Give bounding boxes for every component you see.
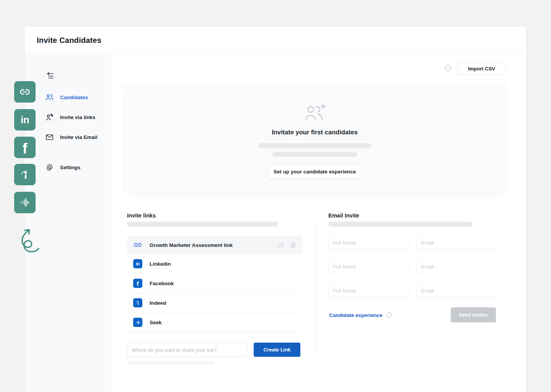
sidebar-item-invite-via-email[interactable]: Invite via Email bbox=[25, 131, 111, 144]
empty-state-title: Invitate your first candidates bbox=[272, 129, 358, 136]
full-name-field[interactable] bbox=[328, 235, 409, 250]
indeed-icon bbox=[14, 164, 36, 185]
skeleton-bar bbox=[127, 222, 278, 227]
envelope-icon bbox=[45, 133, 54, 142]
link-icon bbox=[14, 81, 36, 103]
trash-icon[interactable] bbox=[290, 241, 297, 249]
list-item-seek[interactable]: Seek bbox=[127, 313, 302, 332]
seek-icon bbox=[14, 192, 36, 213]
seek-icon bbox=[133, 318, 142, 327]
send-invites-button[interactable]: Send Invites bbox=[451, 307, 496, 322]
skeleton-bar bbox=[328, 222, 473, 227]
collapse-sidebar-icon[interactable] bbox=[46, 72, 55, 80]
skeleton-bar bbox=[127, 361, 214, 365]
email-invite-heading: Email Invite bbox=[328, 212, 359, 219]
invite-links-list: Growth Marketer Assessment link in bbox=[127, 236, 302, 332]
invite-links-heading: Invite links bbox=[127, 212, 156, 219]
list-item-linkedin[interactable]: in Linkedin bbox=[127, 254, 302, 274]
list-item-label: Facebook bbox=[150, 281, 174, 286]
email-field[interactable] bbox=[416, 283, 499, 298]
facebook-icon: f bbox=[133, 279, 142, 288]
setup-candidate-experience-button[interactable]: Set up your candidate experience bbox=[268, 165, 362, 179]
list-item-indeed[interactable]: Indeed bbox=[127, 293, 302, 313]
facebook-icon: f bbox=[14, 137, 36, 158]
sidebar-item-candidates[interactable]: Candidates bbox=[25, 91, 111, 104]
people-plus-icon bbox=[302, 102, 328, 125]
share-link-input[interactable] bbox=[127, 343, 247, 357]
empty-state-panel: Invitate your first candidates Set up yo… bbox=[122, 83, 507, 193]
main-content: Import CSV Invitate your first candidate… bbox=[111, 54, 526, 392]
indeed-icon bbox=[133, 298, 142, 307]
link-icon bbox=[133, 240, 142, 250]
people-icon bbox=[45, 93, 54, 102]
full-name-field[interactable] bbox=[328, 283, 409, 298]
sidebar-item-label: Invite via Email bbox=[60, 134, 98, 140]
list-item-label: Linkedin bbox=[150, 261, 171, 267]
candidate-experience-label: Candidate experience bbox=[329, 312, 383, 318]
list-item-facebook[interactable]: f Facebook bbox=[127, 274, 302, 293]
sidebar-item-invite-via-links[interactable]: Invite via links bbox=[25, 111, 111, 124]
sidebar-item-label: Invite via links bbox=[60, 114, 95, 120]
email-field[interactable] bbox=[416, 235, 499, 250]
hand-drawn-arrow bbox=[17, 225, 41, 254]
email-field[interactable] bbox=[416, 259, 499, 274]
list-item-label: Indeed bbox=[150, 300, 166, 306]
sidebar: Candidates Invite via links Invite v bbox=[25, 54, 111, 392]
copy-icon[interactable] bbox=[277, 241, 285, 249]
row-actions bbox=[277, 241, 297, 249]
sidebar-item-label: Settings bbox=[60, 165, 80, 170]
candidate-experience-link[interactable]: Candidate experience bbox=[329, 312, 392, 318]
create-link-button[interactable]: Create Link bbox=[254, 343, 300, 357]
sidebar-item-settings[interactable]: Settings bbox=[25, 161, 111, 174]
linkedin-icon: in bbox=[133, 259, 142, 268]
list-item-assessment-link[interactable]: Growth Marketer Assessment link bbox=[127, 236, 302, 254]
gear-icon bbox=[45, 163, 54, 172]
page-title: Invite Candidates bbox=[37, 36, 101, 45]
window-header: Invite Candidates bbox=[25, 27, 526, 54]
skeleton-bar bbox=[272, 152, 357, 157]
sidebar-item-label: Candidates bbox=[60, 95, 88, 100]
linkedin-icon: in bbox=[14, 109, 36, 131]
person-link-icon bbox=[45, 113, 54, 122]
list-item-label: Seek bbox=[150, 320, 162, 325]
list-item-label: Growth Marketer Assessment link bbox=[150, 242, 233, 248]
toolbar: Import CSV bbox=[445, 62, 506, 75]
skeleton-bar bbox=[258, 143, 372, 148]
invite-candidates-window: Invite Candidates Candidates bbox=[25, 27, 526, 392]
section-divider bbox=[315, 218, 315, 356]
info-icon[interactable] bbox=[386, 312, 392, 318]
full-name-field[interactable] bbox=[328, 259, 409, 274]
import-csv-button[interactable]: Import CSV bbox=[457, 62, 506, 75]
info-icon[interactable] bbox=[445, 64, 452, 73]
